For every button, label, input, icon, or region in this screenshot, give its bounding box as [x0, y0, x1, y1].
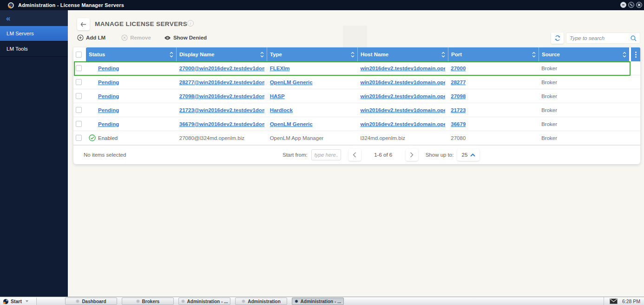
- window-controls: [620, 2, 642, 8]
- search-input[interactable]: [570, 35, 631, 41]
- row-checkbox[interactable]: [76, 135, 82, 141]
- type-link[interactable]: FLEXlm: [270, 66, 290, 71]
- minimize-button[interactable]: [620, 2, 626, 8]
- table-row[interactable]: Pending 27098@win2016dev2.testdev1dom...…: [73, 89, 640, 103]
- app-titlebar: Administration - License Manager Servers: [0, 0, 644, 10]
- column-header-display-name[interactable]: Display Name: [177, 47, 267, 61]
- row-checkbox[interactable]: [76, 107, 82, 113]
- table-row[interactable]: Pending 36679@win2016dev2.testdev1dom...…: [73, 117, 640, 131]
- close-button[interactable]: [636, 2, 642, 8]
- taskbar-window-brokers[interactable]: Brokers: [122, 298, 174, 305]
- status-link[interactable]: Pending: [98, 121, 119, 127]
- port-link[interactable]: 21723: [451, 107, 466, 113]
- column-header-source[interactable]: Source: [539, 47, 629, 61]
- column-header-host-name[interactable]: Host Name: [358, 47, 448, 61]
- sidebar-item-lm-tools[interactable]: LM Tools: [0, 41, 68, 57]
- type-link[interactable]: OpenLM Generic: [270, 80, 313, 85]
- window-icon: [242, 299, 245, 303]
- start-from-input[interactable]: [311, 149, 341, 160]
- type-value: OpenLM App Manager: [270, 135, 324, 141]
- previous-page-button[interactable]: [348, 149, 361, 161]
- page-size-dropdown[interactable]: 25: [457, 149, 480, 161]
- window-icon: [76, 299, 79, 303]
- next-page-button[interactable]: [406, 149, 418, 161]
- row-checkbox[interactable]: [76, 93, 82, 99]
- port-link[interactable]: 36679: [451, 121, 466, 127]
- openlm-logo-icon: [3, 299, 8, 304]
- taskbar-window-administration-2[interactable]: Administration: [235, 298, 287, 305]
- column-header-status[interactable]: Status: [86, 47, 177, 61]
- refresh-button[interactable]: [551, 33, 564, 44]
- start-button[interactable]: Start: [0, 298, 37, 305]
- taskbar-window-administration-active[interactable]: Administration - ...: [292, 298, 344, 305]
- display-name-value: 27080@l324md.openlm.biz: [179, 135, 244, 141]
- page-size-value: 25: [462, 152, 468, 158]
- select-all-checkbox[interactable]: [76, 52, 82, 58]
- display-name-link[interactable]: 28277@win2016dev2.testdev1dom...: [179, 80, 264, 85]
- taskbar-window-administration-1[interactable]: Administration - ...: [178, 298, 230, 305]
- row-checkbox[interactable]: [76, 79, 82, 85]
- search-icon[interactable]: [631, 35, 637, 41]
- info-icon[interactable]: i: [187, 20, 194, 27]
- sidebar-header: «: [0, 10, 68, 26]
- host-name-link[interactable]: win2016dev2.testdev1domain.ope...: [360, 107, 445, 113]
- source-value: Broker: [541, 107, 557, 113]
- sort-icon: [441, 52, 445, 58]
- table-footer: No items selected Start from: 1-6 of 6 S…: [73, 145, 640, 164]
- chevron-up-icon: [470, 153, 475, 157]
- source-value: Broker: [541, 121, 557, 127]
- column-menu-icon[interactable]: [631, 47, 640, 61]
- display-name-link[interactable]: 27000@win2016dev2.testdev1dom...: [179, 66, 264, 71]
- status-link[interactable]: Pending: [98, 66, 119, 71]
- sort-icon: [532, 52, 536, 58]
- mail-icon[interactable]: [610, 298, 618, 304]
- port-value: 27080: [451, 135, 466, 141]
- display-name-link[interactable]: 27098@win2016dev2.testdev1dom...: [179, 93, 264, 99]
- column-header-type[interactable]: Type: [267, 47, 358, 61]
- clock: 6:28 PM: [622, 298, 640, 304]
- status-link[interactable]: Pending: [98, 107, 119, 113]
- table-row[interactable]: Pending 27000@win2016dev2.testdev1dom...…: [73, 61, 640, 75]
- host-name-link[interactable]: win2016dev2.testdev1domain.ope...: [360, 93, 445, 99]
- host-name-link[interactable]: win2016dev2.testdev1domain.ope...: [360, 66, 445, 71]
- table-row[interactable]: Enabled 27080@l324md.openlm.biz OpenLM A…: [73, 131, 640, 145]
- source-value: Broker: [541, 135, 557, 141]
- toolbar: Add LM Remove Show Denied: [77, 34, 207, 41]
- host-name-link[interactable]: win2016dev2.testdev1domain.ope...: [360, 80, 445, 85]
- circle-cross-icon: [121, 34, 128, 41]
- display-name-link[interactable]: 36679@win2016dev2.testdev1dom...: [179, 121, 264, 127]
- circle-plus-icon: [77, 34, 84, 41]
- add-lm-button[interactable]: Add LM: [77, 34, 105, 41]
- main-content: MANAGE LICENSE SERVERS i Add LM Remove S…: [68, 10, 644, 297]
- status-link[interactable]: Pending: [98, 80, 119, 85]
- type-link[interactable]: Hardlock: [270, 107, 293, 113]
- sort-icon: [260, 52, 264, 58]
- type-link[interactable]: HASP: [270, 93, 285, 99]
- collapse-sidebar-icon[interactable]: «: [6, 14, 10, 22]
- start-from-label: Start from:: [283, 152, 308, 158]
- port-link[interactable]: 28277: [451, 80, 466, 85]
- table-row[interactable]: Pending 21723@win2016dev2.testdev1dom...…: [73, 103, 640, 117]
- port-link[interactable]: 27000: [451, 66, 466, 71]
- sidebar-item-lm-servers[interactable]: LM Servers: [0, 26, 68, 41]
- table-row[interactable]: Pending 28277@win2016dev2.testdev1dom...…: [73, 75, 640, 89]
- maximize-button[interactable]: [628, 2, 634, 8]
- port-link[interactable]: 27098: [451, 93, 466, 99]
- display-name-link[interactable]: 21723@win2016dev2.testdev1dom...: [179, 107, 264, 113]
- remove-button[interactable]: Remove: [121, 34, 151, 41]
- type-link[interactable]: OpenLM Generic: [270, 121, 313, 127]
- sidebar-item-label: LM Servers: [7, 31, 34, 36]
- table-header: Status Display Name Type Host Name Port: [73, 47, 640, 61]
- show-denied-button[interactable]: Show Denied: [164, 35, 207, 40]
- column-header-port[interactable]: Port: [448, 47, 539, 61]
- license-servers-table: Status Display Name Type Host Name Port: [73, 47, 640, 164]
- row-checkbox[interactable]: [76, 65, 82, 71]
- status-link[interactable]: Pending: [98, 93, 119, 99]
- host-name-link[interactable]: win2016dev2.testdev1domain.ope...: [360, 121, 445, 127]
- remove-label: Remove: [130, 35, 151, 40]
- search-box: [566, 33, 640, 44]
- taskbar-window-dashboard[interactable]: Dashboard: [65, 298, 117, 305]
- pagination: Start from: 1-6 of 6 Show up to: 25: [283, 149, 480, 161]
- row-checkbox[interactable]: [76, 121, 82, 127]
- back-button[interactable]: [77, 18, 90, 30]
